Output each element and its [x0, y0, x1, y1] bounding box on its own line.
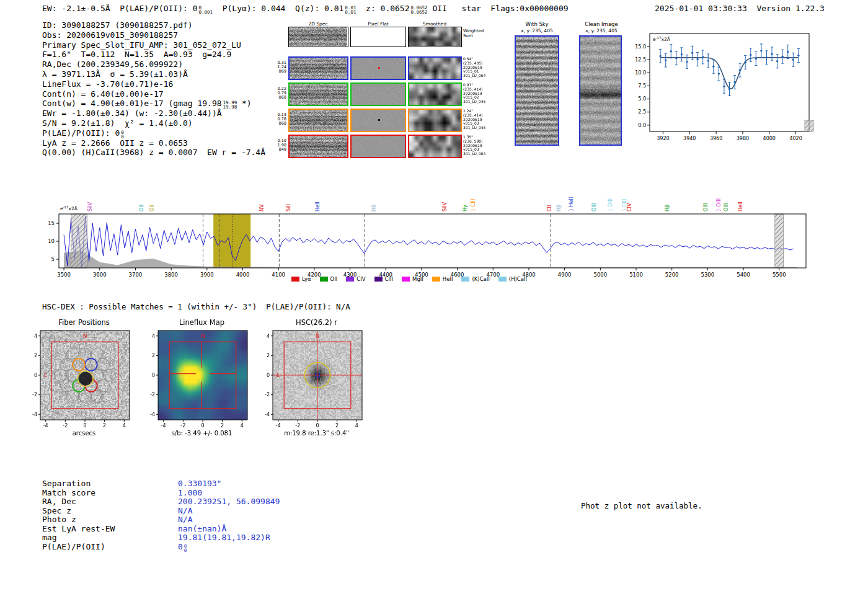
- spec2d-row-2-right-label: 1.24"(235, 414)20200619v015_03301_LU_045: [463, 109, 495, 130]
- extraction-box: [169, 342, 236, 409]
- legend-swatch: [374, 277, 383, 282]
- legend-item: CIV: [346, 276, 365, 282]
- match-table-row: Est LyA rest-EWnan(±nan)Å: [42, 524, 280, 533]
- svg-text:12.5: 12.5: [635, 57, 646, 63]
- svg-text:3800: 3800: [164, 272, 178, 278]
- masked-region: [805, 120, 813, 131]
- svg-text:4000: 4000: [763, 136, 776, 141]
- svg-text:4100: 4100: [272, 272, 285, 278]
- spec2d-header-pixelflat: Pixel Flat: [356, 21, 400, 27]
- svg-text:10: 10: [48, 238, 55, 244]
- legend-label: OII: [330, 276, 338, 282]
- match-field-label: mag: [42, 533, 178, 542]
- cutout-axes: -4-2024420-2-4: [265, 334, 358, 429]
- legend-label: (H)CaII: [509, 276, 527, 282]
- svg-text:-4: -4: [161, 423, 166, 429]
- source-blob: [79, 372, 92, 386]
- spectrum-units-label: e-17x2Å: [60, 205, 78, 211]
- legend-label: Lyα: [302, 276, 311, 282]
- svg-text:OIII: OIII: [591, 203, 597, 211]
- compass-north-label: N: [201, 333, 205, 339]
- svg-text:Hδ: Hδ: [371, 205, 377, 211]
- hsc-dex-header: HSC-DEX : Possible Matches = 1 (within +…: [42, 302, 350, 311]
- svg-text:4: 4: [123, 423, 126, 429]
- match-field-value: N/A: [178, 506, 192, 515]
- legend-item: HeII: [432, 276, 453, 282]
- svg-text:-2: -2: [32, 392, 37, 398]
- svg-text:4: 4: [34, 334, 37, 339]
- spec2d-row-2-col-0: [288, 109, 348, 132]
- svg-text:4000: 4000: [236, 272, 250, 278]
- match-table-row: RA, Dec200.239251, 56.099849: [42, 497, 280, 506]
- clean-image-title: Clean Image: [577, 21, 626, 27]
- svg-text:0.0: 0.0: [638, 123, 646, 128]
- match-field-value: 0.330193": [178, 479, 221, 488]
- cutout-axes: -4-2024420-2-4: [150, 334, 244, 429]
- spec2d-row-0-right-label: 0.54"(235, 405)20200619v015_01301_LU_064: [463, 57, 495, 78]
- compass-north-label: N: [83, 333, 87, 339]
- match-table-row: P(LAE)/P(OII)000: [42, 542, 280, 551]
- svg-text:5200: 5200: [665, 272, 679, 278]
- svg-text:0: 0: [267, 373, 270, 378]
- legend-item: Lyα: [291, 276, 311, 282]
- svg-text:} OIII: } OIII: [716, 198, 722, 211]
- svg-text:OIII: OIII: [724, 203, 729, 211]
- info-block: ID: 3090188257 (3090188257.pdf)Obs: 2020…: [42, 20, 265, 158]
- svg-text:4900: 4900: [558, 272, 572, 278]
- svg-text:OIII: OIII: [703, 203, 709, 211]
- sup-sub-stack: 0.06520.0652: [411, 6, 428, 14]
- svg-text:-2: -2: [265, 392, 270, 398]
- svg-text:SiII: SiII: [286, 204, 291, 211]
- spec2d-row-0-col-2: [408, 56, 462, 80]
- match-field-label: P(LAE)/P(OII): [42, 542, 178, 551]
- sup-sub-stack: 19.9919.98: [223, 100, 237, 109]
- svg-text:2: 2: [34, 353, 37, 358]
- spec2d-row-1-left-label: 0.220.79068: [275, 87, 286, 100]
- svg-text:5100: 5100: [629, 272, 643, 278]
- svg-text:4: 4: [152, 334, 155, 339]
- clean-image-coords: x, y: 235, 405: [577, 28, 626, 33]
- svg-text:2: 2: [335, 423, 339, 429]
- svg-text:10.0: 10.0: [635, 70, 646, 76]
- spec2d-weighted-col-1: [350, 27, 406, 47]
- sup-sub-stack: 0.010.01: [345, 6, 356, 14]
- spec2d-row-1-col-1: [350, 82, 406, 106]
- svg-text:3900: 3900: [200, 272, 214, 278]
- svg-text:} CIII: } CIII: [471, 199, 476, 211]
- spec2d-header-smoothed: Smoothed: [413, 21, 456, 27]
- black-marker: [378, 119, 380, 121]
- hsc-cutout-xlabel: m:19.8 re:1.3" s:0.4": [259, 430, 374, 437]
- svg-text:Hβ: Hβ: [556, 205, 562, 211]
- red-marker: [378, 67, 380, 69]
- svg-text:} OIII: } OIII: [608, 198, 613, 211]
- clean-image: [579, 35, 622, 146]
- spec2d-weighted-col-2: [408, 27, 462, 47]
- match-field-label: Separation: [42, 479, 178, 488]
- masked-region: [71, 214, 87, 268]
- compass-north-label: N: [316, 333, 320, 339]
- info-line: ID: 3090188257 (3090188257.pdf): [42, 20, 265, 30]
- svg-text:0: 0: [34, 373, 37, 378]
- svg-text:0: 0: [201, 423, 204, 429]
- match-field-value: 1.000: [178, 488, 202, 497]
- header-version: Version 1.22.3: [756, 4, 825, 13]
- spectrum-axes: 3500360037003800390040004100420043004400…: [48, 220, 786, 278]
- match-table-row: Match score1.000: [42, 488, 280, 497]
- svg-text:CIV: CIV: [627, 203, 632, 211]
- svg-text:4: 4: [355, 423, 358, 429]
- info-line: P(LAE)/P(OII): 000: [42, 128, 265, 138]
- svg-text:5: 5: [51, 256, 55, 262]
- photz-note: Phot z plot not available.: [581, 501, 702, 510]
- info-line: λ = 3971.13Å σ = 5.39(±1.03)Å: [42, 69, 265, 79]
- spec2d-row-2-col-2: [408, 109, 462, 132]
- legend-item: MgII: [402, 276, 423, 282]
- svg-text:7.5: 7.5: [638, 83, 646, 89]
- match-field-label: Photo z: [42, 515, 178, 524]
- sup-sub-stack: 00: [184, 544, 187, 553]
- lineflux-map-svg: -4-2024420-2-4N: [144, 324, 259, 433]
- hsc-cutout-svg: -4-2024420-2-4NE: [259, 324, 374, 433]
- spec2d-row-0-col-0: [288, 56, 348, 80]
- svg-text:-2: -2: [150, 392, 155, 398]
- spec2d-row-3-col-0: [288, 135, 348, 158]
- svg-text:4020: 4020: [789, 136, 802, 141]
